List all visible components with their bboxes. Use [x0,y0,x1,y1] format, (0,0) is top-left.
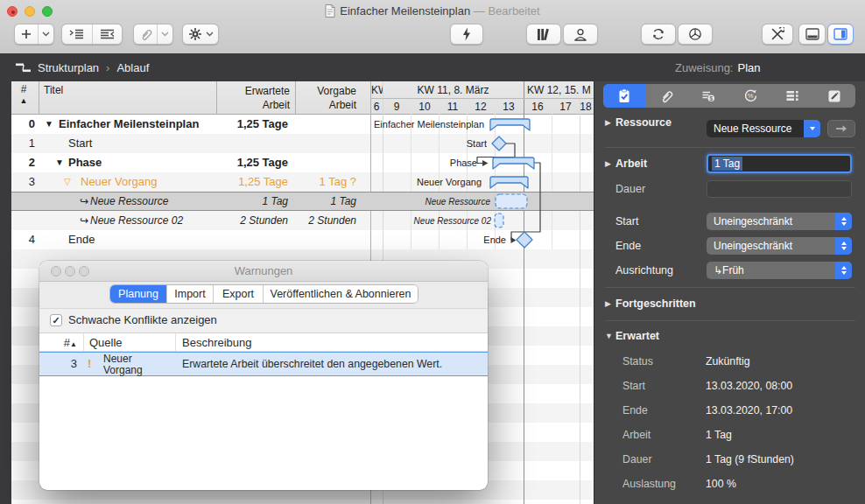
column-header-num[interactable]: # ▲ [11,84,36,107]
assignment-arrow-icon: ↪ [80,211,88,230]
disclosure-triangle[interactable]: ▶ [605,157,611,171]
row-title[interactable]: Phase [68,153,102,172]
ausrichtung-popup[interactable]: ↳Früh [707,262,852,279]
outdent-button[interactable] [92,24,122,44]
resources-button[interactable] [563,24,598,45]
disclosure-triangle[interactable]: ▽ [64,172,71,192]
tab-links[interactable] [645,84,687,108]
warnings-column-quelle[interactable]: Quelle [89,333,123,353]
attach-split-button[interactable] [133,24,173,45]
row-num: 3 [11,172,35,192]
day-header-18[interactable]: 18 [578,101,594,113]
arbeit-field[interactable]: 1 Tag [707,154,852,173]
day-header-10[interactable]: 10 [411,101,439,113]
gantt-label-phase: Phase [370,157,477,169]
assignment-clipboard-icon [617,88,631,103]
tab-costs[interactable]: $ [687,84,729,108]
row-title[interactable]: Neue Ressource [90,192,168,211]
sync-button[interactable] [641,24,676,45]
toggle-bottom-panel-button[interactable] [798,24,826,45]
table-row[interactable]: 0 ▼ Einfacher Meilensteinplan 1,25 Tage [11,115,594,134]
disclosure-triangle[interactable]: ▼ [55,153,64,172]
arbeit-value-selected-text: 1 Tag [712,157,742,171]
column-header-vorgabe-arbeit[interactable]: Vorgabe Arbeit [295,84,356,112]
attach-button[interactable] [134,24,157,44]
row-vorgabe: 1 Tag ? [295,172,370,192]
tab-fields[interactable] [771,84,813,108]
week-header-partial[interactable]: KW [371,84,383,96]
table-row[interactable]: ↪ Neue Ressource 02 2 Stunden 2 Stunden [11,211,594,230]
warnings-column-num[interactable]: #▲ [39,333,77,353]
row-title[interactable]: Neue Ressource 02 [90,211,183,230]
section-fortgeschritten[interactable]: Fortgeschritten [615,297,696,311]
ressource-label: Ressource [615,116,672,130]
day-header-16[interactable]: 16 [524,101,552,113]
row-title[interactable]: Ende [68,230,95,249]
add-options-button[interactable] [39,24,53,44]
breadcrumb-structurplan[interactable]: Strukturplan [38,61,99,74]
add-button[interactable] [15,24,38,44]
action-menu-button[interactable] [182,24,219,45]
conflicts-button[interactable] [450,24,483,45]
disclosure-triangle[interactable]: ▶ [605,116,611,130]
day-header-17[interactable]: 17 [552,101,580,113]
day-header-13[interactable]: 13 [495,101,523,113]
tab-veroeffentlichen[interactable]: Veröffentlichen & Abonnieren [264,285,418,303]
row-title[interactable]: Einfacher Meilensteinplan [59,115,199,134]
ende-value: Uneingeschränkt [707,240,835,252]
disclosure-triangle[interactable]: ▼ [605,329,613,343]
tab-notes[interactable] [813,84,855,108]
week-header-kw11[interactable]: KW 11, 8. März [383,84,524,96]
fields-rows-icon [785,89,799,102]
tab-planung[interactable]: Planung [110,285,167,303]
disclosure-triangle[interactable]: ▶ [605,297,611,311]
tab-import[interactable]: Import [167,285,214,303]
start-popup[interactable]: Uneingeschränkt [707,213,852,230]
ende-popup[interactable]: Uneingeschränkt [707,237,852,255]
go-to-resource-button[interactable] [827,120,855,137]
popup-chevron [804,120,820,137]
dauer-field[interactable] [707,180,852,198]
day-header-11[interactable]: 11 [439,101,467,113]
library-button[interactable] [526,24,561,45]
weak-conflicts-checkbox[interactable]: ✓ [50,314,62,326]
row-num: 0 [11,115,35,134]
breadcrumb-ablauf[interactable]: Ablauf [116,61,149,74]
day-header-6[interactable]: 6 [370,101,383,113]
table-row[interactable]: 3 ▽ Neuer Vorgang 1,25 Tage 1 Tag ? [11,172,594,192]
settings-button[interactable] [762,24,793,45]
row-title[interactable]: Start [68,134,92,153]
warning-row[interactable]: 3 ! Neuer Vorgang Erwartete Arbeit übers… [39,352,488,376]
disclosure-triangle[interactable]: ▼ [45,115,53,134]
person-icon [573,28,587,41]
breadcrumb[interactable]: Strukturplan › Ablauf [16,53,149,81]
row-title[interactable]: Neuer Vorgang [81,172,157,192]
ressource-popup[interactable]: Neue Ressource [707,120,820,137]
table-row[interactable]: 2 ▼ Phase 1,25 Tage [11,153,594,172]
warning-description: Erwartete Arbeit überschreitet den angeg… [182,353,442,375]
table-row[interactable]: 1 Start [11,134,594,153]
tab-assignment[interactable] [603,84,645,108]
warnings-column-beschreibung[interactable]: Beschreibung [182,333,252,353]
publish-button[interactable] [678,24,713,45]
indent-button[interactable] [62,24,92,44]
table-row[interactable]: 4 Ende [11,230,594,249]
erwartet-arbeit-value: 1 Tag [706,428,732,442]
tab-recurrence[interactable]: % [729,84,771,108]
ausrichtung-label: Ausrichtung [615,263,673,277]
add-split-button[interactable] [14,24,54,45]
column-header-erwartete-arbeit[interactable]: Erwartete Arbeit [216,84,290,112]
row-erwartete [216,134,295,153]
arrow-right-icon [835,124,847,133]
tab-export[interactable]: Export [214,285,264,303]
section-erwartet[interactable]: Erwartet [615,329,659,343]
day-header-9[interactable]: 9 [383,101,411,113]
attach-options-button[interactable] [158,24,172,44]
day-header-12[interactable]: 12 [467,101,495,113]
toggle-right-panel-button[interactable] [827,24,854,45]
row-vorgabe: 2 Stunden [295,211,370,230]
column-divider [83,333,84,351]
week-header-kw12[interactable]: KW 12, 15. M [527,84,594,96]
table-row-selected[interactable]: ↪ Neue Ressource 1 Tag 1 Tag [11,192,594,211]
column-header-titel[interactable]: Titel [44,84,63,96]
